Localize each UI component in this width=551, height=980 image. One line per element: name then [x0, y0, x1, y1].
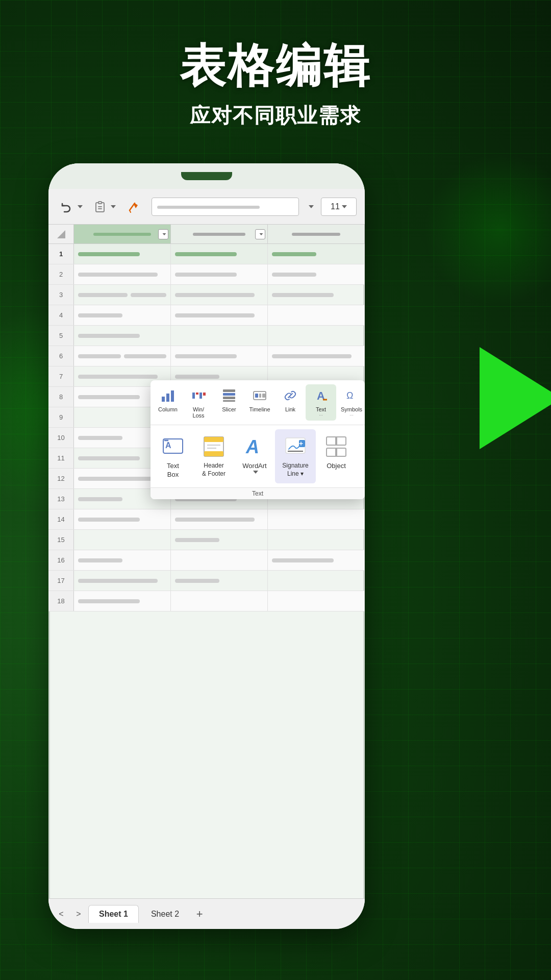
sheet-cell[interactable]	[171, 326, 268, 346]
popup-item-column[interactable]: Column	[153, 384, 183, 421]
sheet-cell[interactable]	[268, 326, 365, 346]
filter-btn-B[interactable]	[255, 229, 265, 239]
wordart-label: WordArt	[242, 462, 266, 470]
sheet-cell[interactable]	[171, 509, 268, 529]
corner-cell	[48, 225, 74, 243]
sheet-cell[interactable]	[171, 591, 268, 611]
sheet-cell[interactable]	[74, 264, 171, 284]
sheet-cell[interactable]	[171, 244, 268, 264]
row-number: 15	[48, 530, 74, 550]
sheet-cell[interactable]	[171, 530, 268, 550]
sheet-nav-next[interactable]: >	[71, 906, 86, 922]
row-number: 14	[48, 509, 74, 529]
sheet-cell[interactable]	[171, 305, 268, 325]
table-row: 17	[48, 571, 365, 591]
font-size-value: 11	[331, 202, 340, 211]
svg-rect-12	[223, 389, 235, 392]
signature-line-label-line2: Line ▾	[287, 470, 304, 478]
text-box-label-line2: Box	[167, 471, 179, 479]
add-sheet-button[interactable]: +	[191, 906, 208, 922]
sheet-cell[interactable]	[268, 571, 365, 591]
col-header-B[interactable]	[171, 225, 268, 243]
row-number: 17	[48, 571, 74, 591]
formula-bar[interactable]	[152, 198, 299, 216]
sheet-cell[interactable]	[268, 530, 365, 550]
sheet-tabs: < > Sheet 1 Sheet 2 +	[48, 898, 365, 929]
undo-button[interactable]	[57, 198, 86, 216]
popup-item-signature-line[interactable]: Signature Line ▾	[275, 429, 316, 483]
sheet-cell[interactable]	[171, 571, 268, 591]
row-number: 11	[48, 448, 74, 468]
sheet-cell[interactable]	[268, 285, 365, 305]
sheet-cell[interactable]	[74, 305, 171, 325]
svg-rect-0	[98, 202, 102, 204]
svg-rect-8	[192, 393, 195, 399]
sheet-cell[interactable]	[74, 285, 171, 305]
sheet-cell[interactable]	[74, 550, 171, 570]
sheet-cell[interactable]	[268, 305, 365, 325]
font-size-selector[interactable]: 11	[321, 198, 357, 216]
sheet-cell[interactable]	[74, 571, 171, 591]
sheet-cell[interactable]	[268, 591, 365, 611]
sheet-cell[interactable]	[171, 550, 268, 570]
sheet-cell[interactable]	[171, 346, 268, 366]
wordart-icon: A	[241, 433, 268, 460]
popup-item-symbols[interactable]: Ω Symbols ···	[336, 384, 365, 421]
header-footer-icon	[201, 433, 227, 460]
popup-item-timeline[interactable]: Timeline	[244, 384, 275, 421]
sheet-cell[interactable]	[268, 346, 365, 366]
format-painter-icon	[126, 200, 140, 214]
svg-rect-7	[171, 390, 174, 402]
insert-popup-menu: Column Win/ Loss	[151, 380, 365, 499]
sheet-cell[interactable]	[268, 264, 365, 284]
sheet-cell[interactable]	[74, 244, 171, 264]
popup-item-winloss[interactable]: Win/ Loss	[183, 384, 214, 421]
sheet-cell[interactable]	[268, 244, 365, 264]
popup-item-text[interactable]: A Text ···	[306, 384, 336, 421]
popup-item-object[interactable]: Object	[316, 429, 357, 483]
text-more-dots: ···	[319, 412, 323, 418]
signature-line-icon	[282, 433, 309, 460]
svg-text:A: A	[165, 441, 171, 450]
sheet-tab-1[interactable]: Sheet 1	[88, 905, 139, 923]
sheet-cell[interactable]	[74, 326, 171, 346]
svg-rect-5	[162, 397, 165, 402]
popup-item-text-box[interactable]: A Text Box	[153, 429, 193, 483]
format-painter-button[interactable]	[123, 198, 143, 216]
sheet-cell[interactable]	[74, 591, 171, 611]
sheet-tab-2[interactable]: Sheet 2	[141, 905, 189, 923]
popup-item-label: Symbols	[341, 406, 362, 412]
table-row: 5	[48, 326, 365, 346]
popup-item-slicer[interactable]: Slicer	[214, 384, 244, 421]
popup-item-link[interactable]: Link	[275, 384, 306, 421]
col-header-C[interactable]	[268, 225, 365, 243]
sheet-nav-prev[interactable]: <	[54, 906, 69, 922]
sheet-cell[interactable]	[171, 264, 268, 284]
sheet-cell[interactable]	[74, 509, 171, 529]
page-title: 表格编辑	[0, 41, 551, 91]
popup-item-header-footer[interactable]: Header & Footer	[193, 429, 234, 483]
sheet-cell[interactable]	[268, 550, 365, 570]
sheet-cell[interactable]	[268, 509, 365, 529]
row-number: 7	[48, 366, 74, 386]
sheet-cell[interactable]	[74, 346, 171, 366]
filter-btn-A[interactable]	[158, 229, 168, 239]
row-number: 10	[48, 428, 74, 448]
phone-mockup: 11 1	[48, 163, 365, 929]
sheet-cell[interactable]	[171, 285, 268, 305]
object-icon	[323, 433, 349, 460]
popup-item-label: Slicer	[222, 406, 236, 412]
column-header-row	[48, 225, 365, 244]
sheet-cell[interactable]	[74, 530, 171, 550]
row-number: 4	[48, 305, 74, 325]
svg-rect-27	[204, 437, 223, 442]
clipboard-button[interactable]	[90, 198, 119, 216]
col-header-A[interactable]	[74, 225, 171, 243]
svg-rect-10	[199, 393, 202, 399]
text-box-icon: A	[160, 433, 186, 460]
object-label: Object	[327, 462, 346, 470]
phone-notch	[181, 172, 232, 180]
popup-item-wordart[interactable]: A WordArt	[234, 429, 275, 483]
header-footer-label-line1: Header	[204, 462, 223, 470]
phone-top	[48, 163, 365, 189]
